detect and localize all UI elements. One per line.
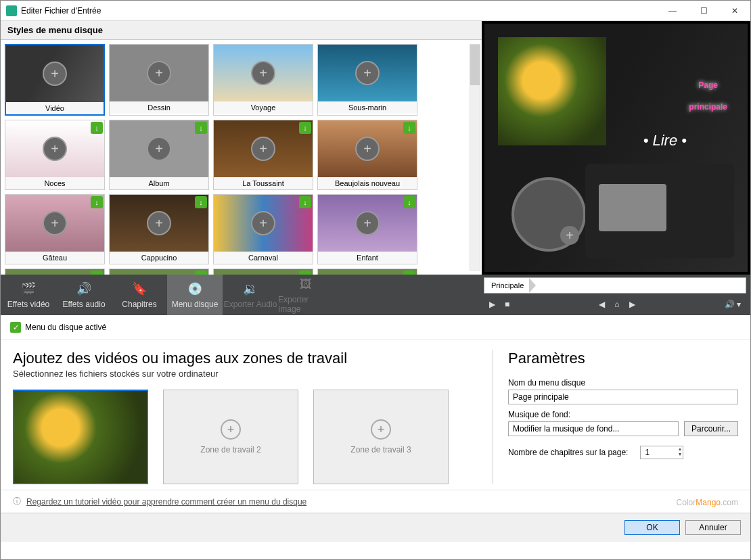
- status-strip: ✓ Menu du disque activé: [1, 315, 750, 340]
- style-label: Gâteau: [5, 252, 104, 264]
- download-icon: ↓: [299, 196, 311, 208]
- preview-camcorder-graphic: [585, 164, 734, 258]
- work-zone-2[interactable]: + Zone de travail 2: [163, 390, 298, 484]
- styles-scrollbar[interactable]: [470, 44, 480, 271]
- style-card[interactable]: +Sous-marin: [317, 44, 417, 116]
- avatar-placeholder-icon: +: [43, 211, 67, 235]
- download-icon: ↓: [195, 122, 207, 134]
- styles-grid: +Vidéo+Dessin+Voyage+Sous-marin↓+Noces↓+…: [1, 40, 482, 275]
- avatar-placeholder-icon: +: [43, 137, 67, 161]
- check-icon: ✓: [10, 322, 21, 333]
- preview-pane: Pageprincipale • Lire •: [482, 21, 750, 275]
- film-star-icon: 🎬: [20, 281, 37, 297]
- browse-button[interactable]: Parcourir...: [684, 421, 738, 436]
- style-card[interactable]: ↓: [317, 269, 417, 275]
- style-card[interactable]: ↓+Gâteau: [5, 194, 105, 264]
- vertical-divider: [493, 350, 493, 484]
- chapters-label: Nombre de chapitres sur la page:: [508, 448, 628, 457]
- style-label: Cappucino: [110, 252, 208, 264]
- preview-title: Pageprincipale: [689, 71, 727, 114]
- close-button[interactable]: ✕: [719, 1, 750, 21]
- style-card[interactable]: +Voyage: [213, 44, 313, 116]
- work-zone-1[interactable]: [13, 390, 148, 484]
- style-card[interactable]: ↓+Album: [109, 120, 209, 190]
- style-card[interactable]: ↓+Noces: [5, 120, 105, 190]
- style-card[interactable]: ↓+La Toussaint: [213, 120, 313, 190]
- effets-audio-button[interactable]: 🔊 Effets audio: [56, 275, 112, 315]
- style-card[interactable]: +Vidéo: [5, 44, 105, 116]
- style-label: Carnaval: [214, 252, 313, 264]
- style-label: Album: [110, 177, 208, 189]
- main-toolbar: 🎬 Effets vidéo 🔊 Effets audio 🔖 Chapitre…: [1, 275, 750, 315]
- speaker-icon: 🔊: [76, 281, 92, 297]
- chapters-spinner[interactable]: 1: [640, 446, 683, 459]
- breadcrumb[interactable]: Principale: [484, 277, 746, 294]
- avatar-placeholder-icon: +: [355, 211, 380, 235]
- download-icon: ↓: [91, 271, 103, 275]
- avatar-placeholder-icon: +: [43, 62, 67, 86]
- stop-icon[interactable]: ■: [505, 300, 509, 309]
- export-audio-icon: 🔉: [242, 281, 258, 297]
- music-label: Musique de fond:: [508, 410, 738, 419]
- avatar-placeholder-icon: +: [251, 211, 275, 235]
- export-image-icon: 🖼: [298, 276, 314, 292]
- style-card[interactable]: +Dessin: [109, 44, 209, 116]
- style-card[interactable]: ↓: [213, 269, 313, 275]
- bookmark-icon: 🔖: [131, 281, 147, 297]
- style-card[interactable]: ↓: [109, 269, 209, 275]
- download-icon: ↓: [403, 196, 415, 208]
- download-icon: ↓: [299, 122, 311, 134]
- menu-disque-button[interactable]: 💿 Menu disque: [167, 275, 223, 315]
- download-icon: ↓: [91, 196, 103, 208]
- tutorial-link[interactable]: Regardez un tutoriel vidéo pour apprendr…: [26, 497, 306, 507]
- disc-icon: 💿: [187, 281, 203, 297]
- avatar-placeholder-icon: +: [147, 211, 171, 235]
- plus-icon: +: [371, 419, 391, 440]
- home-icon[interactable]: ⌂: [614, 300, 619, 309]
- style-label: Voyage: [214, 101, 313, 114]
- download-icon: ↓: [403, 271, 415, 275]
- avatar-placeholder-icon: +: [251, 61, 275, 85]
- prev-icon[interactable]: ◀: [599, 300, 605, 309]
- style-label: Noces: [5, 177, 104, 189]
- styles-header: Styles de menu disque: [1, 21, 482, 40]
- ok-button[interactable]: OK: [624, 520, 680, 535]
- avatar-placeholder-icon: +: [251, 137, 275, 161]
- work-zone-3[interactable]: + Zone de travail 3: [313, 390, 449, 484]
- minimize-button[interactable]: —: [657, 1, 688, 21]
- download-icon: ↓: [195, 196, 207, 208]
- style-card[interactable]: ↓+Beaujolais nouveau: [317, 120, 417, 190]
- info-icon: ⓘ: [13, 496, 21, 507]
- style-card[interactable]: ↓+Enfant: [317, 194, 417, 264]
- menu-name-input[interactable]: [508, 390, 738, 404]
- exporter-audio-button[interactable]: 🔉 Exporter Audio: [223, 275, 278, 315]
- chapitres-button[interactable]: 🔖 Chapitres: [112, 275, 167, 315]
- plus-icon: +: [221, 419, 241, 440]
- next-icon[interactable]: ▶: [629, 300, 635, 309]
- app-icon: [6, 5, 17, 16]
- play-icon[interactable]: ▶: [489, 300, 495, 309]
- style-card[interactable]: ↓+Carnaval: [213, 194, 313, 264]
- watermark: ColorMango.com: [677, 494, 738, 509]
- download-icon: ↓: [91, 122, 103, 134]
- exporter-image-button[interactable]: 🖼 Exporter Image: [278, 275, 334, 315]
- maximize-button[interactable]: ☐: [688, 1, 719, 21]
- style-label: Sous-marin: [318, 101, 417, 114]
- download-icon: ↓: [195, 271, 207, 275]
- download-icon: ↓: [403, 122, 415, 134]
- effets-video-button[interactable]: 🎬 Effets vidéo: [1, 275, 56, 315]
- menu-name-label: Nom du menu disque: [508, 378, 738, 388]
- work-subheading: Sélectionnez les fichiers stockés sur vo…: [13, 369, 478, 379]
- music-input[interactable]: [508, 421, 679, 436]
- preview-play-label[interactable]: • Lire •: [643, 132, 687, 149]
- status-text: Menu du disque activé: [25, 323, 106, 332]
- style-card[interactable]: ↓+Cappucino: [109, 194, 209, 264]
- style-label: Vidéo: [6, 102, 104, 114]
- params-heading: Paramètres: [508, 350, 738, 367]
- volume-icon[interactable]: 🔊 ▾: [725, 300, 741, 309]
- download-icon: ↓: [299, 271, 311, 275]
- style-card[interactable]: ↓: [5, 269, 105, 275]
- cancel-button[interactable]: Annuler: [685, 520, 741, 535]
- avatar-placeholder-icon: +: [355, 61, 380, 85]
- window-title: Editer Fichier d'Entrée: [21, 6, 657, 16]
